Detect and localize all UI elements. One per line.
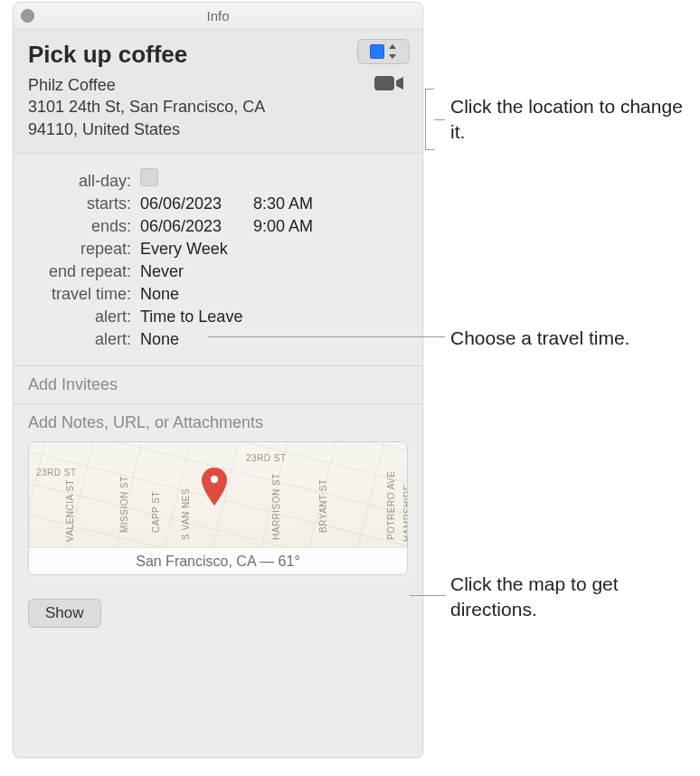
close-icon[interactable] bbox=[21, 9, 34, 23]
road-label: HAMPSHIRE bbox=[402, 484, 408, 542]
label-alert: alert: bbox=[28, 308, 140, 326]
add-notes[interactable]: Add Notes, URL, or Attachments bbox=[28, 413, 408, 432]
notes-section: Add Notes, URL, or Attachments 23RD ST 2… bbox=[14, 404, 422, 588]
alert2-value[interactable]: None bbox=[140, 330, 179, 349]
row-alert2: alert: None bbox=[28, 330, 408, 349]
alert-value[interactable]: Time to Leave bbox=[140, 308, 242, 326]
label-starts: starts: bbox=[28, 194, 140, 213]
map-footer: San Francisco, CA — 61° bbox=[29, 547, 407, 574]
road-label: CAPP ST bbox=[151, 491, 161, 533]
show-button[interactable]: Show bbox=[28, 599, 101, 628]
location-line: 3101 24th St, San Francisco, CA bbox=[28, 96, 326, 118]
window-title: Info bbox=[206, 8, 229, 24]
titlebar: Info bbox=[14, 3, 422, 30]
allday-checkbox[interactable] bbox=[140, 168, 158, 186]
add-invitees[interactable]: Add Invitees bbox=[14, 366, 422, 404]
calendar-swatch-icon bbox=[370, 44, 384, 59]
event-details: all-day: starts: 06/06/2023 8:30 AM ends… bbox=[14, 154, 422, 366]
location-line: 94110, United States bbox=[28, 118, 326, 140]
row-travel-time: travel time: None bbox=[28, 285, 408, 304]
callout-line bbox=[208, 336, 445, 337]
label-travel-time: travel time: bbox=[28, 285, 140, 304]
facetime-icon[interactable] bbox=[374, 73, 404, 93]
road-label: 23RD ST bbox=[246, 453, 287, 463]
calendar-color-picker[interactable] bbox=[357, 39, 410, 64]
road-label: 23RD ST bbox=[36, 468, 77, 478]
label-end-repeat: end repeat: bbox=[28, 262, 140, 281]
location-line: Philz Coffee bbox=[28, 74, 326, 96]
callout-location: Click the location to change it. bbox=[450, 94, 686, 146]
event-info-panel: Info Pick up coffee Philz Coffee 3101 24… bbox=[13, 2, 423, 758]
road-label: MISSION ST bbox=[119, 476, 129, 533]
event-location[interactable]: Philz Coffee 3101 24th St, San Francisco… bbox=[28, 74, 326, 140]
event-title[interactable]: Pick up coffee bbox=[28, 41, 408, 69]
map-preview[interactable]: 23RD ST 23RD ST VALENCIA ST MISSION ST C… bbox=[28, 441, 408, 575]
starts-date[interactable]: 06/06/2023 bbox=[140, 194, 249, 213]
chevron-updown-icon bbox=[388, 44, 397, 59]
label-allday: all-day: bbox=[28, 172, 140, 191]
ends-time[interactable]: 9:00 AM bbox=[253, 217, 313, 236]
callout-map: Click the map to get directions. bbox=[450, 572, 686, 623]
row-repeat: repeat: Every Week bbox=[28, 240, 408, 259]
label-alert2: alert: bbox=[28, 330, 140, 349]
map-body: 23RD ST 23RD ST VALENCIA ST MISSION ST C… bbox=[29, 442, 407, 547]
callout-line bbox=[410, 595, 446, 596]
road-label: BRYANT ST bbox=[318, 478, 328, 533]
road-label: HARRISON ST bbox=[271, 473, 281, 540]
road-label: POTRERO AVE bbox=[386, 470, 396, 539]
row-end-repeat: end repeat: Never bbox=[28, 262, 408, 281]
label-repeat: repeat: bbox=[28, 240, 140, 259]
row-starts: starts: 06/06/2023 8:30 AM bbox=[28, 194, 408, 213]
event-header: Pick up coffee Philz Coffee 3101 24th St… bbox=[14, 30, 422, 154]
ends-date[interactable]: 06/06/2023 bbox=[140, 217, 249, 236]
map-pin-icon bbox=[201, 468, 228, 507]
callout-travel-time: Choose a travel time. bbox=[450, 326, 695, 351]
bottom-bar: Show bbox=[14, 588, 422, 639]
starts-time[interactable]: 8:30 AM bbox=[253, 194, 313, 213]
label-ends: ends: bbox=[28, 217, 140, 236]
row-ends: ends: 06/06/2023 9:00 AM bbox=[28, 217, 408, 236]
callout-line bbox=[434, 119, 445, 120]
travel-time-value[interactable]: None bbox=[140, 285, 179, 304]
repeat-value[interactable]: Every Week bbox=[140, 240, 228, 259]
svg-rect-0 bbox=[374, 76, 394, 90]
road-label: S VAN NES bbox=[181, 488, 191, 540]
row-allday: all-day: bbox=[28, 168, 408, 191]
svg-point-1 bbox=[211, 476, 218, 483]
row-alert: alert: Time to Leave bbox=[28, 308, 408, 326]
end-repeat-value[interactable]: Never bbox=[140, 262, 184, 281]
callout-bracket bbox=[425, 89, 434, 150]
road-label: VALENCIA ST bbox=[65, 479, 75, 542]
